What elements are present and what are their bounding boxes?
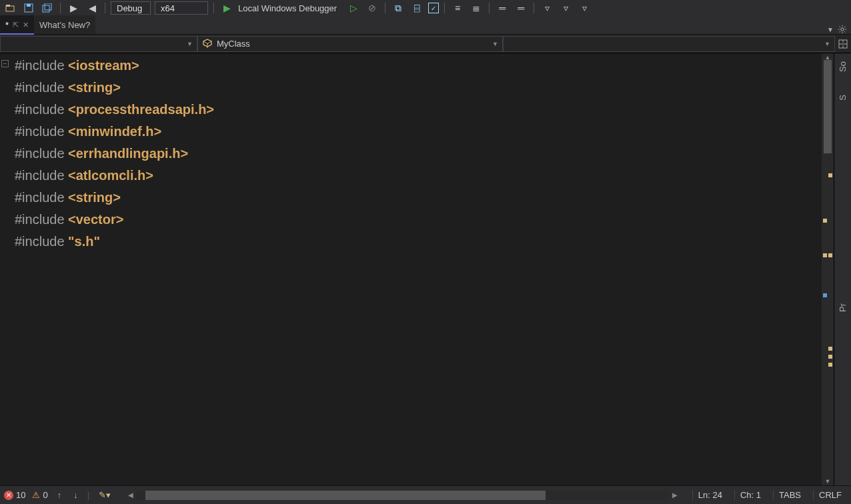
bookmark3-icon[interactable]: ▿ (577, 1, 592, 15)
vertical-scrollbar[interactable]: ▲ ▼ (822, 53, 834, 485)
prev-issue-icon[interactable]: ↑ (55, 490, 65, 500)
right-tab-2[interactable]: Pr (836, 302, 849, 313)
svg-rect-0 (6, 6, 14, 11)
svg-rect-5 (45, 3, 51, 10)
scroll-right-icon[interactable]: ▶ (670, 491, 680, 499)
error-icon: ✕ (4, 491, 13, 500)
chevron-down-icon: ▼ (187, 41, 193, 47)
whats-new-tab[interactable]: What's New? (34, 15, 95, 34)
active-file-tab[interactable]: * ⇱ ✕ (0, 15, 34, 34)
modified-indicator: * (5, 20, 9, 30)
status-col[interactable]: Ch: 1 (734, 490, 766, 500)
svg-rect-3 (27, 4, 31, 7)
bookmark-icon[interactable]: ▿ (540, 1, 554, 15)
open-icon[interactable] (3, 1, 17, 15)
status-indent[interactable]: TABS (773, 490, 806, 500)
warning-count[interactable]: ⚠ 0 (32, 490, 47, 500)
chevron-down-icon: ▼ (492, 41, 498, 47)
status-eol[interactable]: CRLF (813, 490, 847, 500)
play-icon[interactable]: ▶ (219, 1, 234, 15)
fold-gutter[interactable]: − (0, 53, 13, 485)
pin-icon[interactable]: ⇱ (13, 21, 19, 29)
nav-back-icon[interactable]: ▶ (66, 1, 81, 15)
bookmark2-icon[interactable]: ▿ (558, 1, 573, 15)
platform-dropdown[interactable]: x64 (155, 1, 208, 15)
warning-icon: ⚠ (32, 490, 40, 500)
tool6-icon[interactable]: ═ (495, 1, 510, 15)
tool4-icon[interactable]: ≡ (450, 1, 465, 15)
play-no-debug-icon[interactable]: ▷ (346, 1, 361, 15)
scope-dropdown[interactable]: ▼ (0, 36, 197, 52)
class-icon (202, 39, 213, 49)
next-issue-icon[interactable]: ↓ (71, 490, 81, 500)
stop-icon[interactable]: ⊘ (365, 1, 379, 15)
tab-settings-icon[interactable] (838, 25, 847, 34)
save-all-icon[interactable] (40, 1, 55, 15)
svg-point-6 (841, 28, 844, 31)
nav-fwd-icon[interactable]: ▶ (85, 1, 99, 15)
main-toolbar: ▶ ▶ Debug x64 ▶ Local Windows Debugger ▷… (0, 0, 851, 16)
right-tab-1[interactable]: S (836, 93, 849, 102)
fold-toggle-icon[interactable]: − (1, 60, 9, 67)
scroll-thumb[interactable] (824, 60, 832, 153)
save-icon[interactable] (21, 1, 36, 15)
config-dropdown[interactable]: Debug (111, 1, 151, 15)
svg-rect-4 (43, 5, 49, 12)
scroll-left-icon[interactable]: ◀ (125, 491, 136, 499)
close-tab-icon[interactable]: ✕ (23, 21, 29, 29)
tool2-icon[interactable]: ⌸ (409, 1, 424, 15)
class-dropdown[interactable]: MyClass ▼ (197, 36, 503, 52)
right-panel-collapsed: So S Pr (834, 53, 851, 485)
document-tab-bar: * ⇱ ✕ What's New? ▼ (0, 16, 851, 35)
chevron-down-icon: ▼ (824, 41, 830, 47)
status-bar: ✕ 10 ⚠ 0 ↑ ↓ | ✎▾ ◀ ▶ Ln: 24 Ch: 1 TABS … (0, 485, 851, 504)
run-label[interactable]: Local Windows Debugger (238, 3, 337, 13)
toolbox-icon[interactable]: ⧉ (391, 1, 405, 15)
split-editor-icon[interactable] (835, 36, 851, 52)
tab-label: What's New? (39, 20, 90, 30)
code-editor[interactable]: − #include <iostream>#include <string>#i… (0, 53, 834, 485)
tool5-icon[interactable]: ≣ (469, 1, 484, 15)
brush-icon[interactable]: ✎▾ (96, 490, 113, 500)
status-line[interactable]: Ln: 24 (692, 490, 728, 500)
scroll-down-icon[interactable]: ▼ (822, 477, 834, 485)
horizontal-scrollbar[interactable]: ◀ ▶ (125, 491, 680, 500)
tool7-icon[interactable]: ═ (514, 1, 528, 15)
tab-overflow-icon[interactable]: ▼ (827, 26, 834, 33)
right-tab-0[interactable]: So (836, 60, 849, 73)
member-dropdown[interactable]: ▼ (503, 36, 835, 52)
hscroll-thumb[interactable] (145, 491, 546, 500)
code-nav-bar: ▼ MyClass ▼ ▼ (0, 35, 851, 53)
tool3-icon[interactable]: ✓ (428, 3, 439, 13)
svg-rect-1 (6, 5, 10, 7)
error-count[interactable]: ✕ 10 (4, 490, 25, 500)
code-area[interactable]: #include <iostream>#include <string>#inc… (13, 53, 822, 485)
